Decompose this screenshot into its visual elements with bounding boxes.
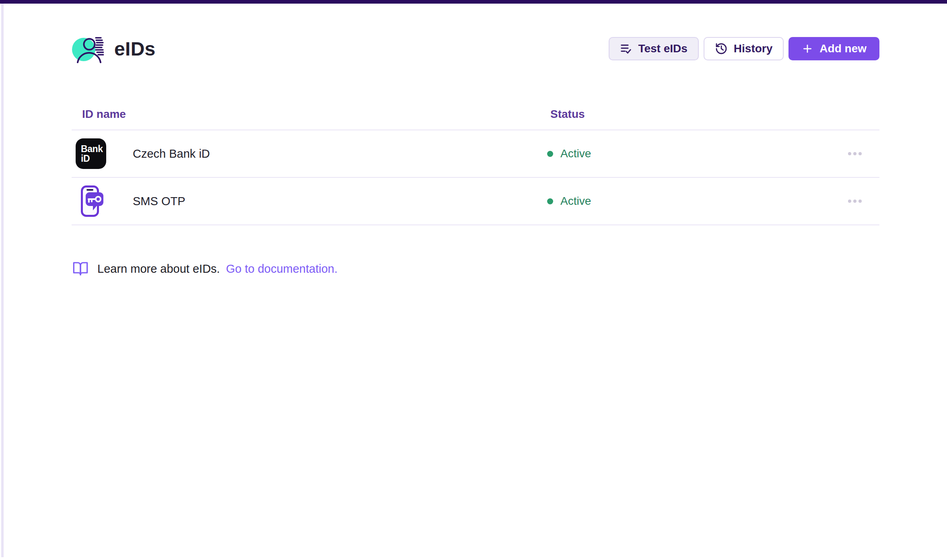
bankid-logo-line1: Bank [81,144,106,154]
id-name-label: SMS OTP [133,195,185,208]
id-name-label: Czech Bank iD [133,147,210,161]
plus-icon [801,43,813,55]
column-header-id-name: ID name [72,108,547,121]
history-label: History [734,42,772,55]
test-eids-label: Test eIDs [638,42,687,55]
bankid-logo-line2: iD [81,154,106,163]
table-row-sms-otp[interactable]: SMS OTP Active [72,178,879,225]
id-name-cell: SMS OTP [72,185,547,217]
eids-table: ID name Status Bank iD Czech Bank iD [72,108,879,225]
bankid-logo: Bank iD [76,138,106,169]
add-new-button[interactable]: Add new [788,37,879,60]
status-label: Active [560,147,591,160]
column-header-status: Status [547,108,848,121]
page-header: eIDs Test eIDs History [72,0,879,62]
table-header-row: ID name Status [72,108,879,130]
status-dot-icon [547,198,553,204]
status-label: Active [560,195,591,208]
add-new-label: Add new [819,42,867,55]
status-dot-icon [547,151,553,157]
row-menu-button[interactable] [848,152,879,155]
phone-key-icon [80,185,105,217]
ellipsis-icon [858,200,862,203]
ellipsis-icon [858,152,862,155]
footer-note: Learn more about eIDs. Go to documentati… [72,261,879,277]
header-actions: Test eIDs History Add new [609,37,879,60]
history-clock-icon [715,42,728,55]
row-menu-button[interactable] [848,200,879,203]
eids-page: eIDs Test eIDs History [0,0,947,560]
table-row-czech-bank-id[interactable]: Bank iD Czech Bank iD Active [72,130,879,178]
test-eids-button[interactable]: Test eIDs [609,37,698,60]
status-cell: Active [547,147,848,160]
row-icon-box [76,185,133,217]
left-gutter-line [1,4,4,557]
history-button[interactable]: History [704,37,784,60]
ellipsis-icon [853,152,856,155]
ellipsis-icon [848,200,851,203]
ellipsis-icon [848,152,851,155]
person-speed-icon [72,34,104,63]
row-icon-box: Bank iD [76,138,133,169]
list-check-icon [620,43,632,55]
ellipsis-icon [853,200,856,203]
id-name-cell: Bank iD Czech Bank iD [72,138,547,169]
documentation-link[interactable]: Go to documentation. [226,262,338,276]
page-title: eIDs [114,38,156,60]
status-cell: Active [547,195,848,208]
open-book-icon [72,261,89,277]
footer-text: Learn more about eIDs. [97,262,220,276]
